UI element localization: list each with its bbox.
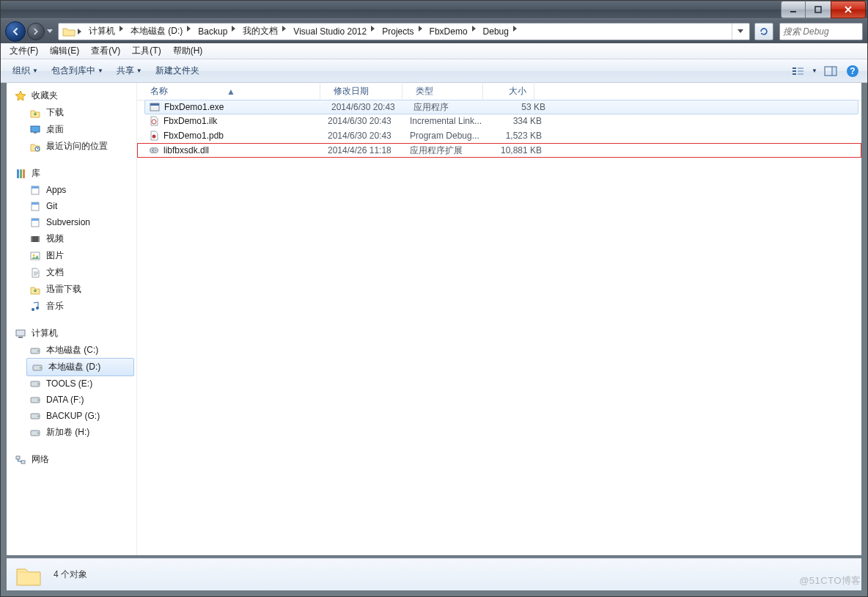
svg-point-56 (152, 150, 153, 151)
breadcrumb-segment[interactable]: 我的文档 (238, 23, 282, 40)
file-pane[interactable]: 名称▲ 修改日期 类型 大小 FbxDemo1.exe2014/6/30 20:… (137, 83, 861, 555)
sidebar-item[interactable]: 音乐 (7, 298, 136, 315)
svg-rect-22 (32, 186, 39, 188)
svg-rect-6 (792, 73, 796, 75)
menu-item[interactable]: 查看(V) (85, 43, 126, 59)
sidebar-item[interactable]: 新加卷 (H:) (7, 424, 136, 441)
sidebar-item[interactable]: 视频 (7, 230, 136, 247)
breadcrumb-segment[interactable]: Debug (479, 23, 513, 40)
sidebar-group-header[interactable]: 计算机 (7, 325, 136, 342)
navigation-bar: 计算机本地磁盘 (D:)Backup我的文档Visual Studio 2012… (1, 18, 867, 43)
include-in-library-button[interactable]: 包含到库中 ▼ (45, 62, 109, 80)
sidebar-group-header[interactable]: 库 (7, 165, 136, 182)
file-row[interactable]: FbxDemo1.ilk2014/6/30 20:43Incremental L… (137, 114, 861, 128)
file-type: 应用程序 (413, 101, 494, 114)
menu-item[interactable]: 帮助(H) (167, 43, 209, 59)
chevron-right-icon[interactable] (232, 23, 238, 40)
chevron-right-icon[interactable] (371, 23, 378, 40)
sidebar-item[interactable]: DATA (F:) (7, 392, 136, 408)
svg-rect-16 (34, 132, 37, 133)
breadcrumb[interactable]: 计算机本地磁盘 (D:)Backup我的文档Visual Studio 2012… (58, 23, 750, 40)
organize-button[interactable]: 组织 ▼ (7, 62, 44, 80)
menu-item[interactable]: 工具(T) (126, 43, 166, 59)
help-button[interactable]: ? (842, 62, 863, 80)
refresh-button[interactable] (754, 23, 773, 40)
chevron-right-icon[interactable] (187, 23, 194, 40)
sidebar-item[interactable]: BACKUP (G:) (7, 408, 136, 424)
search-input[interactable] (783, 26, 868, 37)
share-button[interactable]: 共享 ▼ (111, 62, 148, 80)
item-icon (29, 141, 42, 153)
item-icon (29, 394, 42, 406)
chevron-right-icon[interactable] (282, 23, 289, 40)
file-date: 2014/6/30 20:43 (331, 102, 413, 112)
sidebar-item[interactable]: 文档 (7, 264, 136, 281)
sidebar-item[interactable]: 图片 (7, 247, 136, 264)
window-minimize-button[interactable] (781, 1, 806, 18)
file-icon (147, 144, 161, 156)
file-icon (148, 101, 161, 113)
chevron-right-icon[interactable] (119, 23, 126, 40)
svg-rect-18 (17, 169, 19, 178)
sidebar-item[interactable]: Git (7, 198, 136, 214)
back-button[interactable] (5, 21, 26, 42)
sidebar-item[interactable]: 下载 (7, 104, 136, 121)
file-row[interactable]: libfbxsdk.dll2014/4/26 11:18应用程序扩展10,881… (137, 143, 861, 158)
titlebar (1, 1, 867, 18)
file-icon (147, 130, 161, 142)
nav-history-dropdown[interactable] (45, 22, 55, 41)
chevron-right-icon[interactable] (419, 23, 425, 40)
breadcrumb-segment[interactable]: Visual Studio 2012 (289, 23, 371, 40)
svg-rect-9 (798, 73, 803, 75)
menu-item[interactable]: 编辑(E) (44, 43, 85, 59)
view-dropdown[interactable]: ▼ (810, 67, 819, 74)
menu-item[interactable]: 文件(F) (4, 43, 44, 59)
column-size[interactable]: 大小 (483, 82, 534, 100)
column-type[interactable]: 类型 (402, 82, 483, 100)
preview-pane-button[interactable] (820, 62, 841, 80)
file-row[interactable]: FbxDemo1.pdb2014/6/30 20:43Program Debug… (137, 128, 861, 143)
file-row[interactable]: FbxDemo1.exe2014/6/30 20:43应用程序53 KB (144, 100, 858, 114)
chevron-right-icon[interactable] (472, 23, 479, 40)
window-maximize-button[interactable] (806, 1, 831, 18)
main-area: 收藏夹下载桌面最近访问的位置库AppsGitSubversion视频图片文档迅雷… (7, 83, 861, 555)
breadcrumb-dropdown[interactable] (732, 23, 748, 40)
sidebar-item[interactable]: 本地磁盘 (C:) (7, 342, 136, 359)
sidebar-item[interactable]: Subversion (7, 214, 136, 230)
forward-button[interactable] (27, 23, 45, 40)
breadcrumb-segment[interactable]: Backup (194, 23, 232, 40)
svg-rect-34 (16, 330, 25, 336)
search-box[interactable] (779, 23, 863, 40)
chevron-right-icon[interactable] (78, 26, 84, 37)
svg-text:?: ? (850, 66, 855, 76)
svg-point-57 (155, 150, 156, 151)
breadcrumb-segment[interactable]: FbxDemo (425, 23, 472, 40)
breadcrumb-segment[interactable]: 本地磁盘 (D:) (126, 23, 187, 40)
sidebar-item[interactable]: 本地磁盘 (D:) (26, 358, 134, 376)
sidebar-item[interactable]: 迅雷下载 (7, 281, 136, 298)
sidebar-item[interactable]: 桌面 (7, 121, 136, 138)
sidebar-item[interactable]: 最近访问的位置 (7, 138, 136, 155)
sidebar-group-header[interactable]: 网络 (7, 451, 136, 468)
file-date: 2014/4/26 11:18 (328, 145, 410, 155)
svg-point-43 (37, 400, 39, 401)
breadcrumb-segment[interactable]: Projects (378, 23, 418, 40)
sidebar-group-header[interactable]: 收藏夹 (7, 87, 136, 104)
column-date[interactable]: 修改日期 (320, 82, 402, 100)
chevron-right-icon[interactable] (513, 23, 520, 40)
sidebar-item[interactable]: TOOLS (E:) (7, 376, 136, 392)
breadcrumb-segment[interactable]: 计算机 (84, 23, 119, 40)
item-icon (29, 200, 42, 212)
view-options-button[interactable] (788, 62, 809, 80)
window-close-button[interactable] (831, 1, 866, 18)
navigation-pane[interactable]: 收藏夹下载桌面最近访问的位置库AppsGitSubversion视频图片文档迅雷… (7, 83, 137, 555)
svg-rect-5 (792, 70, 796, 72)
column-name[interactable]: 名称▲ (137, 82, 320, 100)
svg-rect-0 (790, 11, 796, 12)
column-headers[interactable]: 名称▲ 修改日期 类型 大小 (137, 83, 861, 100)
sidebar-item[interactable]: Apps (7, 182, 136, 198)
svg-rect-19 (20, 169, 22, 178)
status-bar: 4 个对象 (7, 558, 861, 590)
new-folder-button[interactable]: 新建文件夹 (150, 62, 205, 80)
item-icon (29, 184, 42, 196)
